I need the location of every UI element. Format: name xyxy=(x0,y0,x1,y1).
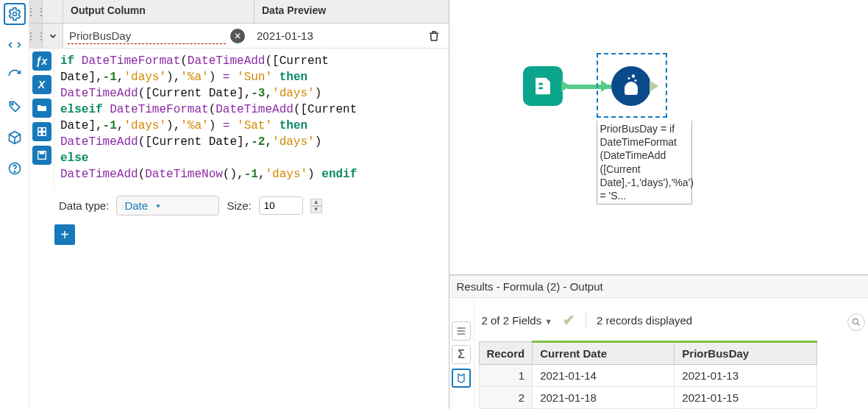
map-view-icon[interactable] xyxy=(452,369,471,388)
formula-tool-icon xyxy=(611,66,651,106)
tag-icon[interactable] xyxy=(4,96,26,118)
output-port[interactable] xyxy=(650,80,658,92)
svg-marker-19 xyxy=(458,374,464,383)
svg-rect-4 xyxy=(38,128,41,132)
records-count: 2 records displayed xyxy=(597,314,692,327)
input-tool-node[interactable] xyxy=(523,66,570,106)
type-size-row: Data type: Date Size: ▲▼ xyxy=(29,190,449,221)
drag-handle-icon[interactable]: ⋮⋮ xyxy=(29,0,43,23)
formula-code-editor[interactable]: if DateTimeFormat(DateTimeAdd([CurrentDa… xyxy=(54,49,449,190)
formula-editor-body: ƒx X if DateTimeFormat(DateTimeAdd([Curr… xyxy=(29,49,449,190)
check-icon[interactable]: ✔ xyxy=(563,311,575,329)
variable-icon[interactable]: X xyxy=(32,75,51,94)
spacer xyxy=(43,0,63,23)
col-record[interactable]: Record xyxy=(479,342,533,365)
results-rail: Σ xyxy=(449,298,474,409)
svg-rect-5 xyxy=(42,128,46,132)
svg-rect-6 xyxy=(38,132,41,136)
collapse-toggle[interactable] xyxy=(43,24,63,48)
svg-point-1 xyxy=(11,103,13,105)
svg-rect-11 xyxy=(538,83,543,85)
preview-value: 2021-01-13 xyxy=(252,29,424,42)
fields-count[interactable]: 2 of 2 Fields▼ xyxy=(482,314,553,327)
left-rail xyxy=(0,0,29,409)
size-stepper[interactable]: ▲▼ xyxy=(310,199,322,213)
refresh-icon[interactable] xyxy=(4,65,26,87)
results-table[interactable]: Record Current Date PriorBusDay 1 2021-0… xyxy=(479,341,817,409)
cell-current-date: 2021-01-18 xyxy=(533,387,675,409)
workflow-canvas[interactable]: PriorBusDay = if DateTimeFormat (DateTim… xyxy=(449,0,869,275)
drag-handle-icon[interactable]: ⋮⋮ xyxy=(29,24,43,48)
add-expression-button[interactable]: + xyxy=(54,224,75,245)
sigma-icon[interactable]: Σ xyxy=(452,345,471,364)
cell-priorbusday: 2021-01-13 xyxy=(675,365,817,387)
svg-point-15 xyxy=(634,79,636,82)
results-body: Σ 2 of 2 Fields▼ ✔ 2 records displayed xyxy=(449,298,869,409)
formula-config-panel: ⋮⋮ Output Column Data Preview ⋮⋮ ✕ 2021-… xyxy=(29,0,449,409)
cell-current-date: 2021-01-14 xyxy=(533,365,675,387)
input-tool-icon xyxy=(523,66,563,106)
svg-line-21 xyxy=(858,324,860,326)
svg-point-0 xyxy=(13,13,16,16)
svg-rect-12 xyxy=(538,87,543,89)
output-port[interactable] xyxy=(561,80,570,92)
table-header-row: Record Current Date PriorBusDay xyxy=(479,342,817,365)
editor-mini-rail: ƒx X xyxy=(29,49,54,190)
record-number: 1 xyxy=(479,365,533,387)
svg-rect-9 xyxy=(40,152,43,154)
folder-icon[interactable] xyxy=(32,99,51,118)
size-input[interactable] xyxy=(259,196,303,215)
svg-rect-7 xyxy=(42,132,46,136)
results-header: Results - Formula (2) - Output xyxy=(449,275,869,298)
code-icon[interactable] xyxy=(4,34,26,56)
record-number: 2 xyxy=(479,387,533,409)
svg-point-3 xyxy=(14,171,15,172)
right-pane: PriorBusDay = if DateTimeFormat (DateTim… xyxy=(449,0,869,409)
size-label: Size: xyxy=(227,199,251,212)
svg-point-13 xyxy=(627,77,630,79)
clear-output-column-icon[interactable]: ✕ xyxy=(230,29,245,43)
help-icon[interactable] xyxy=(4,157,26,179)
col-current-date[interactable]: Current Date xyxy=(533,342,675,365)
gear-icon[interactable] xyxy=(4,3,26,25)
input-port[interactable] xyxy=(601,80,610,92)
svg-point-20 xyxy=(853,319,858,324)
table-row[interactable]: 2 2021-01-18 2021-01-15 xyxy=(479,387,817,409)
separator xyxy=(586,311,586,329)
col-priorbusday[interactable]: PriorBusDay xyxy=(675,342,817,365)
output-column-input[interactable] xyxy=(68,28,226,44)
data-type-value: Date xyxy=(124,199,148,212)
fx-icon[interactable]: ƒx xyxy=(32,51,51,71)
formula-tool-node[interactable] xyxy=(601,66,658,106)
svg-point-14 xyxy=(631,74,635,78)
package-icon[interactable] xyxy=(4,127,26,149)
results-toolbar: 2 of 2 Fields▼ ✔ 2 records displayed xyxy=(474,304,869,341)
output-column-header: Output Column xyxy=(63,0,255,23)
chevron-down-icon xyxy=(154,202,163,210)
table-row[interactable]: 1 2021-01-14 2021-01-13 xyxy=(479,365,817,387)
cell-priorbusday: 2021-01-15 xyxy=(675,387,817,409)
config-header: ⋮⋮ Output Column Data Preview xyxy=(29,0,449,24)
data-type-label: Data type: xyxy=(59,199,109,212)
data-type-select[interactable]: Date xyxy=(116,196,219,216)
svg-marker-10 xyxy=(156,204,160,207)
delete-expression-icon[interactable] xyxy=(424,29,444,43)
tool-annotation: PriorBusDay = if DateTimeFormat (DateTim… xyxy=(597,121,692,204)
expression-row: ⋮⋮ ✕ 2021-01-13 xyxy=(29,24,449,49)
search-icon[interactable] xyxy=(847,313,865,331)
results-main: 2 of 2 Fields▼ ✔ 2 records displayed Rec… xyxy=(474,298,869,409)
grid-icon[interactable] xyxy=(32,122,51,141)
save-icon[interactable] xyxy=(32,146,51,165)
list-view-icon[interactable] xyxy=(452,321,471,341)
data-preview-header: Data Preview xyxy=(255,0,449,23)
